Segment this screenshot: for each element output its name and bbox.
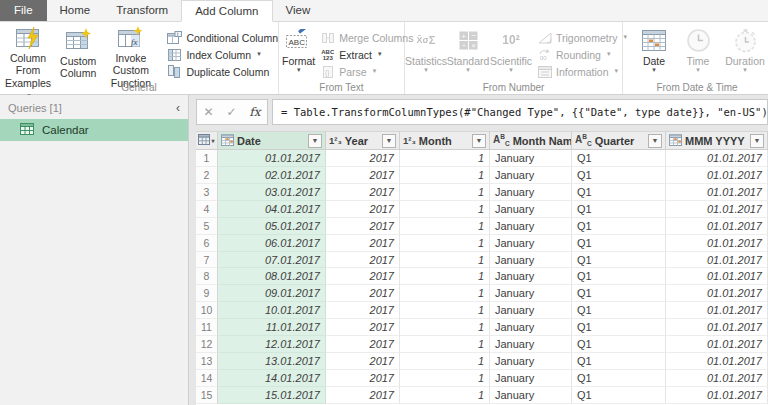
table-cell[interactable]: 01.01.2017 — [666, 370, 768, 387]
table-cell[interactable]: 01.01.2017 — [666, 167, 768, 184]
table-cell[interactable]: 2017 — [326, 218, 400, 235]
row-number-cell[interactable]: 3 — [196, 184, 218, 201]
custom-column-button[interactable]: Custom Column — [56, 25, 100, 80]
time-button[interactable]: Time ▾ — [677, 25, 719, 80]
table-cell[interactable]: January — [490, 235, 572, 252]
column-filter-button[interactable]: ▼ — [648, 134, 662, 148]
table-cell[interactable]: 1 — [400, 150, 490, 167]
table-cell[interactable]: 1 — [400, 285, 490, 302]
row-number-cell[interactable]: 4 — [196, 201, 218, 218]
index-column-button[interactable]: Index Column ▾ — [167, 47, 278, 62]
table-cell[interactable]: January — [490, 268, 572, 285]
extract-button[interactable]: ABC123 Extract ▾ — [320, 47, 413, 62]
table-cell[interactable]: Q1 — [572, 336, 666, 353]
table-cell[interactable]: 1 — [400, 336, 490, 353]
date-button[interactable]: Date ▾ — [631, 25, 677, 80]
table-cell[interactable]: Q1 — [572, 150, 666, 167]
row-number-cell[interactable]: 15 — [196, 387, 218, 404]
commit-formula-icon[interactable]: ✓ — [226, 105, 236, 119]
table-cell[interactable]: 15.01.2017 — [218, 387, 326, 404]
table-cell[interactable]: 01.01.2017 — [666, 201, 768, 218]
column-filter-button[interactable]: ▼ — [472, 134, 486, 148]
column-header-quarter[interactable]: ABCQuarter▼ — [572, 131, 666, 150]
row-number-cell[interactable]: 10 — [196, 302, 218, 319]
table-cell[interactable]: Q1 — [572, 268, 666, 285]
table-cell[interactable]: Q1 — [572, 285, 666, 302]
table-cell[interactable]: 1 — [400, 353, 490, 370]
table-cell[interactable]: 09.01.2017 — [218, 285, 326, 302]
table-cell[interactable]: Q1 — [572, 218, 666, 235]
table-cell[interactable]: 1 — [400, 302, 490, 319]
conditional-column-button[interactable]: i Conditional Column — [167, 30, 278, 45]
table-cell[interactable]: January — [490, 387, 572, 404]
table-cell[interactable]: 1 — [400, 252, 490, 269]
column-filter-button[interactable]: ▼ — [308, 134, 322, 148]
table-cell[interactable]: 1 — [400, 268, 490, 285]
row-number-cell[interactable]: 11 — [196, 319, 218, 336]
column-from-examples-button[interactable]: Column From Examples▾ — [0, 25, 56, 80]
select-all-corner-button[interactable]: ▾ — [196, 131, 218, 150]
column-filter-button[interactable]: ▼ — [750, 134, 764, 148]
table-cell[interactable]: 2017 — [326, 167, 400, 184]
table-cell[interactable]: 2017 — [326, 252, 400, 269]
table-cell[interactable]: January — [490, 150, 572, 167]
table-cell[interactable]: Q1 — [572, 201, 666, 218]
table-cell[interactable]: January — [490, 319, 572, 336]
table-cell[interactable]: 01.01.2017 — [666, 235, 768, 252]
row-number-cell[interactable]: 13 — [196, 353, 218, 370]
scientific-button[interactable]: 10² Scientific ▾ — [489, 25, 533, 80]
table-cell[interactable]: Q1 — [572, 184, 666, 201]
table-cell[interactable]: 01.01.2017 — [218, 150, 326, 167]
merge-columns-button[interactable]: Merge Columns — [320, 30, 413, 45]
table-cell[interactable]: 2017 — [326, 319, 400, 336]
table-cell[interactable]: 2017 — [326, 353, 400, 370]
table-cell[interactable]: 01.01.2017 — [666, 336, 768, 353]
table-cell[interactable]: 1 — [400, 218, 490, 235]
row-number-cell[interactable]: 7 — [196, 252, 218, 269]
duration-button[interactable]: Duration ▾ — [719, 25, 768, 80]
column-header-month[interactable]: 1²₃Month▼ — [400, 131, 490, 150]
table-cell[interactable]: 01.01.2017 — [666, 353, 768, 370]
row-number-cell[interactable]: 14 — [196, 370, 218, 387]
row-number-cell[interactable]: 8 — [196, 268, 218, 285]
table-cell[interactable]: 2017 — [326, 285, 400, 302]
column-header-month-name[interactable]: ABCMonth Name▼ — [490, 131, 572, 150]
tab-view[interactable]: View — [273, 0, 324, 21]
row-number-cell[interactable]: 2 — [196, 167, 218, 184]
table-cell[interactable]: 1 — [400, 387, 490, 404]
table-cell[interactable]: 1 — [400, 235, 490, 252]
table-cell[interactable]: January — [490, 353, 572, 370]
statistics-button[interactable]: X̄σΣ Statistics ▾ — [405, 25, 447, 80]
table-cell[interactable]: 14.01.2017 — [218, 370, 326, 387]
invoke-custom-function-button[interactable]: fx Invoke Custom Function — [100, 25, 161, 80]
table-cell[interactable]: January — [490, 285, 572, 302]
table-cell[interactable]: 2017 — [326, 184, 400, 201]
table-cell[interactable]: 04.01.2017 — [218, 201, 326, 218]
table-cell[interactable]: 01.01.2017 — [666, 302, 768, 319]
table-cell[interactable]: 2017 — [326, 336, 400, 353]
table-cell[interactable]: Q1 — [572, 370, 666, 387]
table-cell[interactable]: 11.01.2017 — [218, 319, 326, 336]
table-cell[interactable]: 12.01.2017 — [218, 336, 326, 353]
duplicate-column-button[interactable]: Duplicate Column — [167, 64, 278, 79]
collapse-pane-icon[interactable]: ‹ — [176, 101, 180, 115]
table-cell[interactable]: 01.01.2017 — [666, 218, 768, 235]
table-cell[interactable]: Q1 — [572, 319, 666, 336]
table-cell[interactable]: 01.01.2017 — [666, 268, 768, 285]
table-cell[interactable]: Q1 — [572, 302, 666, 319]
table-cell[interactable]: January — [490, 252, 572, 269]
information-button[interactable]: Information ▾ — [537, 64, 627, 79]
tab-add-column[interactable]: Add Column — [181, 0, 272, 22]
table-cell[interactable]: 01.01.2017 — [666, 387, 768, 404]
table-cell[interactable]: 2017 — [326, 387, 400, 404]
formula-input[interactable]: = Table.TransformColumnTypes(#"Changed T… — [272, 99, 768, 125]
table-cell[interactable]: 1 — [400, 319, 490, 336]
row-number-cell[interactable]: 6 — [196, 235, 218, 252]
column-filter-button[interactable]: ▼ — [382, 134, 396, 148]
table-cell[interactable]: January — [490, 336, 572, 353]
table-cell[interactable]: January — [490, 302, 572, 319]
table-cell[interactable]: 02.01.2017 — [218, 167, 326, 184]
table-cell[interactable]: 2017 — [326, 268, 400, 285]
tab-transform[interactable]: Transform — [103, 0, 181, 21]
table-cell[interactable]: 2017 — [326, 370, 400, 387]
